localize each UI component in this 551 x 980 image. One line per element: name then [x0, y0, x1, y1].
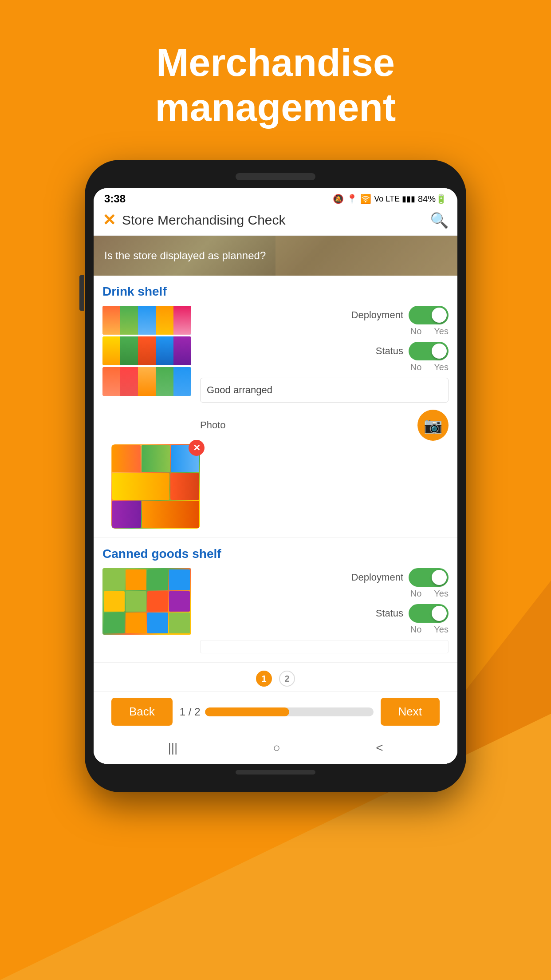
camera-button[interactable]: 📷	[417, 410, 449, 441]
page-title: Merchandise management	[0, 40, 551, 130]
back-button[interactable]: Back	[111, 698, 173, 726]
drink-shelf-image-1[interactable]	[102, 306, 191, 335]
canned-note-input[interactable]	[200, 640, 449, 653]
camera-icon: 📷	[424, 416, 442, 434]
canned-deployment-toggle[interactable]	[409, 568, 449, 587]
status-yes: Yes	[434, 362, 449, 372]
photo-thumbnail-wrapper: ✕	[111, 444, 200, 529]
nav-menu-button[interactable]: |||	[168, 741, 177, 755]
canned-status-no: No	[410, 624, 422, 635]
status-no: No	[410, 362, 422, 372]
phone-screen: 3:38 🔕 📍 🛜 Vo LTE ▮▮▮ 84%🔋 ✕ Store Merch…	[94, 188, 457, 764]
location-icon: 📍	[346, 194, 358, 204]
phone-nav-bar: ||| ○ <	[94, 732, 457, 764]
drink-shelf-row: Deployment No Yes	[102, 306, 449, 441]
drink-shelf-image-2[interactable]	[102, 336, 191, 365]
wifi-icon: 🛜	[360, 194, 371, 204]
deployment-toggle[interactable]	[409, 306, 449, 324]
status-label: Status	[376, 345, 403, 357]
canned-deployment-label: Deployment	[351, 572, 403, 583]
notification-icon: 🔕	[333, 194, 344, 204]
close-button[interactable]: ✕	[102, 212, 116, 228]
canned-goods-section: Canned goods shelf	[94, 538, 457, 663]
canned-deployment-no: No	[410, 589, 422, 599]
canned-status-label: Status	[376, 608, 403, 619]
battery-icon: 84%🔋	[418, 194, 447, 204]
signal-icon: Vo LTE ▮▮▮	[374, 194, 415, 204]
app-header: ✕ Store Merchandising Check 🔍	[94, 208, 457, 236]
canned-status-toggle[interactable]	[409, 604, 449, 623]
phone-speaker	[236, 173, 315, 180]
note-input[interactable]: Good arranged	[200, 378, 449, 403]
deployment-no: No	[410, 326, 422, 336]
deployment-label: Deployment	[351, 309, 403, 321]
canned-deployment-yes: Yes	[434, 589, 449, 599]
app-title: Store Merchandising Check	[122, 213, 424, 228]
phone-home-bar	[236, 770, 315, 775]
status-toggle-row: Status No Yes	[200, 342, 449, 372]
progress-fill	[205, 707, 289, 716]
canned-status-yes: Yes	[434, 624, 449, 635]
progress-text: 1 / 2	[180, 706, 201, 718]
deployment-yes: Yes	[434, 326, 449, 336]
canned-goods-image-1[interactable]	[102, 568, 191, 635]
canned-goods-title: Canned goods shelf	[102, 547, 449, 561]
status-time: 3:38	[104, 193, 126, 205]
hero-question: Is the store displayed as planned?	[104, 249, 266, 262]
drink-shelf-section: Drink shelf	[94, 276, 457, 538]
phone-device: 3:38 🔕 📍 🛜 Vo LTE ▮▮▮ 84%🔋 ✕ Store Merch…	[85, 160, 466, 792]
title-line2: management	[155, 85, 396, 129]
status-bar: 3:38 🔕 📍 🛜 Vo LTE ▮▮▮ 84%🔋	[94, 188, 457, 208]
pagination-dot-2[interactable]: 2	[279, 671, 295, 687]
canned-goods-controls: Deployment No Yes	[200, 568, 449, 653]
search-button[interactable]: 🔍	[430, 211, 449, 229]
status-icons: 🔕 📍 🛜 Vo LTE ▮▮▮ 84%🔋	[333, 194, 447, 204]
canned-goods-row: Deployment No Yes	[102, 568, 449, 653]
photo-delete-button[interactable]: ✕	[189, 440, 205, 456]
status-toggle[interactable]	[409, 342, 449, 360]
drink-shelf-image-3[interactable]	[102, 367, 191, 396]
deployment-toggle-row: Deployment No Yes	[200, 306, 449, 336]
drink-shelf-controls: Deployment No Yes	[200, 306, 449, 441]
pagination-dot-1[interactable]: 1	[256, 671, 272, 687]
progress-area: 1 / 2	[180, 706, 374, 718]
next-button[interactable]: Next	[381, 698, 440, 726]
nav-back-button[interactable]: <	[376, 741, 383, 755]
canned-goods-images	[102, 568, 191, 635]
nav-home-button[interactable]: ○	[273, 741, 280, 755]
pagination: 1 2	[94, 663, 457, 691]
side-button	[79, 275, 84, 311]
bottom-action-bar: Back 1 / 2 Next	[94, 691, 457, 732]
canned-deployment-toggle-row: Deployment No Yes	[200, 568, 449, 599]
photo-row: Photo 📷	[200, 410, 449, 441]
photo-label: Photo	[200, 419, 226, 431]
drink-shelf-images	[102, 306, 191, 396]
progress-bar	[205, 707, 374, 716]
canned-status-toggle-row: Status No Yes	[200, 604, 449, 635]
photo-thumbnail	[111, 444, 200, 529]
drink-shelf-title: Drink shelf	[102, 285, 449, 299]
scroll-content: Drink shelf	[94, 276, 457, 764]
hero-banner: Is the store displayed as planned?	[94, 236, 457, 276]
title-line1: Merchandise	[156, 40, 395, 84]
